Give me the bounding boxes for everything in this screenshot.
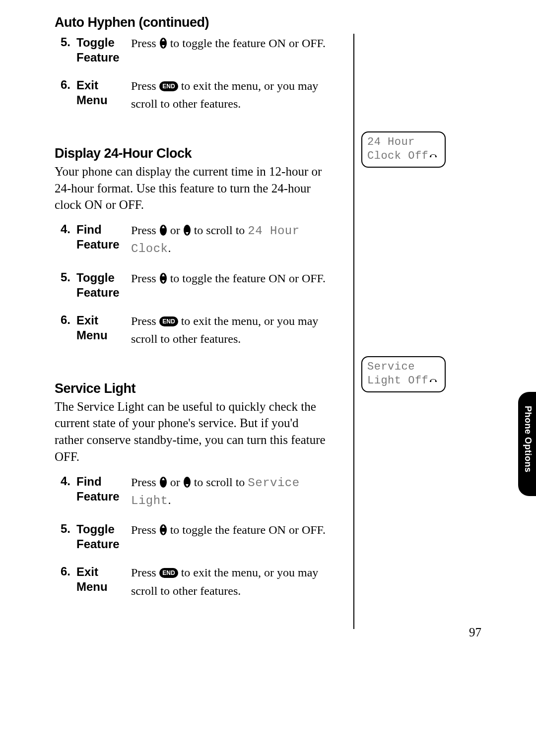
step-number: 5. (61, 270, 76, 284)
text: scroll to other features. (131, 97, 241, 110)
step-number: 6. (61, 565, 76, 578)
step-description: Press or to scroll to 24 Hour Clock. (131, 222, 330, 257)
text: to scroll to (191, 476, 248, 489)
step-label: Toggle Feature (76, 35, 131, 65)
page-number: 97 (469, 626, 481, 639)
step-number: 6. (61, 78, 76, 92)
svg-text:END: END (162, 318, 175, 325)
thumb-tab-label: Phone Options (523, 406, 533, 473)
text: or (167, 224, 183, 237)
down-key-icon (183, 224, 191, 240)
step-label: Exit Menu (76, 78, 131, 108)
step-row: 4. Find Feature Press or to scroll to Se… (61, 474, 330, 509)
step-row: 5. Toggle Feature Press to toggle the fe… (61, 35, 330, 65)
text: Press (131, 79, 159, 92)
text: . (168, 494, 171, 506)
step-label-line: Menu (76, 328, 108, 342)
thumb-tab-phone-options: Phone Options (518, 392, 536, 496)
down-key-icon (183, 476, 191, 492)
text: to exit the menu, or you may (178, 315, 319, 327)
text: Press (131, 566, 159, 579)
display-callout-24h-clock: 24 Hour Clock Off (361, 131, 446, 168)
step-label-line: Feature (76, 238, 120, 251)
step-row: 6. Exit Menu Press END to exit the menu,… (61, 565, 330, 599)
section-heading-24h-clock: Display 24-Hour Clock (55, 146, 330, 161)
column-divider (353, 34, 354, 629)
text: scroll to other features. (131, 584, 241, 597)
phone-icon (428, 150, 438, 164)
step-label-line: Feature (76, 51, 120, 64)
step-label-line: Feature (76, 490, 120, 503)
step-row: 6. Exit Menu Press END to exit the menu,… (61, 313, 330, 347)
text: to toggle the feature ON or OFF. (167, 37, 326, 50)
text: scroll to other features. (131, 332, 241, 345)
display-callout-service-light: Service Light Off (361, 356, 446, 392)
end-key-icon: END (159, 315, 178, 331)
phone-icon (428, 375, 438, 389)
step-description: Press or to scroll to Service Light. (131, 474, 330, 509)
text: to toggle the feature ON or OFF. (167, 272, 326, 285)
step-label: Exit Menu (76, 565, 131, 594)
step-row: 6. Exit Menu Press END to exit the menu,… (61, 78, 330, 112)
step-label-line: Toggle (76, 522, 115, 536)
side-column: 24 Hour Clock Off Service Light Off (361, 131, 446, 581)
text: to exit the menu, or you may (178, 566, 319, 579)
scroll-key-icon (159, 37, 167, 53)
main-column: Auto Hyphen (continued) 5. Toggle Featur… (55, 15, 330, 612)
step-label-line: Feature (76, 537, 120, 551)
step-row: 5. Toggle Feature Press to toggle the fe… (61, 522, 330, 552)
step-label-line: Exit (76, 565, 98, 578)
step-description: Press to toggle the feature ON or OFF. (131, 35, 330, 53)
text: Press (131, 224, 159, 237)
step-label-line: Find (76, 475, 102, 488)
section-heading-service-light: Service Light (55, 381, 330, 396)
step-label-line: Exit (76, 314, 98, 327)
step-description: Press END to exit the menu, or you may s… (131, 78, 330, 112)
step-label-line: Find (76, 223, 102, 236)
text: . (168, 242, 171, 254)
step-number: 4. (61, 474, 76, 488)
step-number: 4. (61, 222, 76, 236)
step-label-line: Toggle (76, 36, 115, 49)
step-number: 5. (61, 522, 76, 536)
step-description: Press END to exit the menu, or you may s… (131, 313, 330, 347)
scroll-key-icon (159, 524, 167, 540)
step-label-line: Menu (76, 580, 108, 593)
text: or (167, 476, 183, 489)
step-row: 5. Toggle Feature Press to toggle the fe… (61, 270, 330, 300)
step-label: Toggle Feature (76, 270, 131, 300)
text: Press (131, 523, 159, 536)
step-label-line: Feature (76, 286, 120, 299)
text: Clock Off (367, 150, 428, 162)
step-label: Find Feature (76, 222, 131, 252)
step-description: Press END to exit the menu, or you may s… (131, 565, 330, 599)
svg-text:END: END (162, 83, 175, 90)
manual-page: Auto Hyphen (continued) 5. Toggle Featur… (0, 0, 536, 756)
section-heading-auto-hyphen: Auto Hyphen (continued) (55, 15, 330, 30)
text: Press (131, 315, 159, 327)
scroll-key-icon (159, 272, 167, 288)
step-row: 4. Find Feature Press or to scroll to 24… (61, 222, 330, 257)
up-key-icon (159, 224, 167, 240)
step-label: Find Feature (76, 474, 131, 504)
display-line: Light Off (367, 374, 440, 389)
step-number: 5. (61, 35, 76, 49)
text: Press (131, 476, 159, 489)
step-description: Press to toggle the feature ON or OFF. (131, 522, 330, 540)
display-line: 24 Hour (367, 135, 440, 149)
step-number: 6. (61, 313, 76, 327)
step-label-line: Exit (76, 78, 98, 92)
up-key-icon (159, 476, 167, 492)
section-intro: Your phone can display the current time … (55, 163, 330, 213)
end-key-icon: END (159, 567, 178, 582)
text: Light Off (367, 375, 428, 387)
text: to exit the menu, or you may (178, 79, 319, 92)
text: Press (131, 272, 159, 285)
step-label: Exit Menu (76, 313, 131, 343)
svg-text:END: END (162, 569, 175, 576)
section-intro: The Service Light can be useful to quick… (55, 398, 330, 465)
display-line: Clock Off (367, 149, 440, 164)
text: to toggle the feature ON or OFF. (167, 523, 326, 536)
text: to scroll to (191, 224, 248, 237)
display-line: Service (367, 360, 440, 374)
